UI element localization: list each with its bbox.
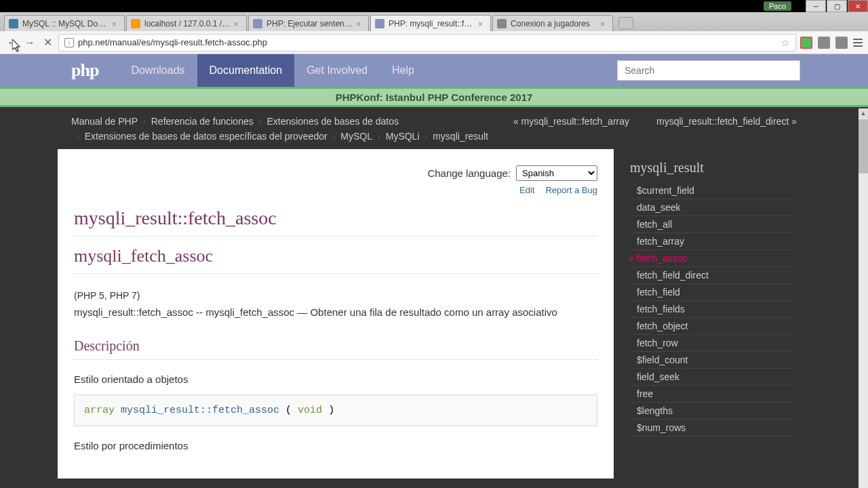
- site-header: php Downloads Documentation Get Involved…: [0, 54, 868, 87]
- sidebar-title: mysqli_result: [630, 160, 793, 176]
- browser-tabstrip: MySQL :: MySQL Downlo × localhost / 127.…: [0, 12, 868, 31]
- browser-tab[interactable]: PHP: Ejecutar sentencias ×: [248, 15, 369, 31]
- next-link[interactable]: mysqli_result::fetch_field_direct »: [656, 114, 797, 129]
- sidebar-item[interactable]: fetch_array: [630, 233, 793, 250]
- nav-help[interactable]: Help: [380, 54, 427, 87]
- sidebar-item[interactable]: fetch_field: [630, 284, 793, 301]
- back-button[interactable]: ←: [5, 36, 19, 49]
- browser-tab[interactable]: MySQL :: MySQL Downlo ×: [4, 15, 125, 31]
- announcement-banner: PHPKonf: Istanbul PHP Conference 2017: [0, 87, 868, 107]
- page-title-procedural: mysqli_fetch_assoc: [74, 246, 597, 274]
- sidebar-item[interactable]: $current_field: [630, 182, 793, 199]
- sidebar-list: $current_field data_seek fetch_all fetch…: [630, 182, 793, 436]
- tab-title: PHP: mysqli_result::fetch: [389, 19, 475, 28]
- sidebar-item[interactable]: fetch_all: [630, 216, 793, 233]
- scrollbar[interactable]: ▲: [859, 108, 868, 488]
- breadcrumb-item[interactable]: Manual de PHP: [71, 114, 138, 129]
- extension-icon[interactable]: [835, 37, 848, 49]
- tab-title: localhost / 127.0.0.1 / eq: [144, 19, 231, 28]
- extension-icon[interactable]: [818, 37, 830, 49]
- maximize-button[interactable]: ▢: [827, 0, 847, 12]
- tab-close-icon[interactable]: ×: [234, 20, 242, 28]
- favicon-icon: [9, 19, 18, 28]
- bookmark-star-icon[interactable]: ☆: [781, 37, 790, 48]
- favicon-icon: [375, 19, 384, 28]
- nav-documentation[interactable]: Documentation: [197, 54, 295, 87]
- main-content: Change language: Spanish Edit Report a B…: [58, 149, 614, 479]
- change-language-label: Change language:: [427, 167, 511, 179]
- sidebar-item[interactable]: $num_rows: [630, 420, 793, 436]
- breadcrumb-item[interactable]: MySQL: [340, 129, 372, 144]
- sidebar-item[interactable]: fetch_row: [630, 335, 793, 352]
- tab-title: Conexion a jugadores: [511, 19, 597, 28]
- edit-link[interactable]: Edit: [519, 185, 534, 195]
- browser-toolbar: ← → ✕ i php.net/manual/es/mysqli-result.…: [0, 31, 868, 54]
- browser-tab-active[interactable]: PHP: mysqli_result::fetch ×: [370, 15, 491, 31]
- report-bug-link[interactable]: Report a Bug: [545, 185, 597, 195]
- tab-close-icon[interactable]: ×: [112, 20, 120, 28]
- favicon-icon: [253, 19, 262, 28]
- tab-close-icon[interactable]: ×: [478, 20, 486, 28]
- scroll-up-icon[interactable]: ▲: [859, 108, 868, 118]
- return-type: array: [84, 405, 115, 416]
- address-bar[interactable]: i php.net/manual/es/mysqli-result.fetch-…: [58, 34, 796, 52]
- tab-title: MySQL :: MySQL Downlo: [22, 19, 109, 28]
- page-title: mysqli_result::fetch_assoc: [74, 207, 597, 237]
- sidebar-item[interactable]: $lengths: [630, 403, 793, 420]
- style-proc-label: Estilo por procedimientos: [74, 440, 597, 451]
- user-badge: Paco: [764, 1, 791, 11]
- breadcrumb-item[interactable]: mysqli_result: [433, 129, 488, 144]
- breadcrumb-item[interactable]: Extensiones de bases de datos específica…: [85, 129, 328, 144]
- paren: ): [322, 405, 334, 416]
- language-select[interactable]: Spanish: [516, 165, 597, 181]
- favicon-icon: [497, 19, 507, 28]
- minimize-button[interactable]: ─: [806, 0, 826, 12]
- site-info-icon[interactable]: i: [64, 38, 74, 47]
- url-text: php.net/manual/es/mysqli-result.fetch-as…: [78, 37, 777, 47]
- function-summary: mysqli_result::fetch_assoc -- mysqli_fet…: [74, 306, 597, 318]
- site-search: [617, 60, 800, 81]
- paren: (: [285, 405, 298, 416]
- announcement-link[interactable]: PHPKonf: Istanbul PHP Conference 2017: [336, 92, 533, 103]
- sidebar-item[interactable]: $field_count: [630, 352, 793, 369]
- main-nav: Downloads Documentation Get Involved Hel…: [119, 54, 427, 87]
- php-logo[interactable]: php: [71, 60, 98, 81]
- sidebar-item-current[interactable]: fetch_assoc: [630, 250, 793, 267]
- tab-close-icon[interactable]: ×: [356, 20, 364, 28]
- scroll-thumb[interactable]: [859, 119, 868, 174]
- search-input[interactable]: [617, 60, 800, 81]
- browser-tab[interactable]: localhost / 127.0.0.1 / eq ×: [126, 15, 247, 31]
- nav-get-involved[interactable]: Get Involved: [294, 54, 380, 87]
- forward-button[interactable]: →: [23, 36, 37, 49]
- tab-title: PHP: Ejecutar sentencias: [267, 19, 353, 28]
- param-void: void: [298, 405, 322, 416]
- extension-icons: [800, 37, 863, 49]
- new-tab-button[interactable]: [618, 17, 633, 29]
- sidebar-item[interactable]: data_seek: [630, 199, 793, 216]
- method-name: mysqli_result::fetch_assoc: [121, 405, 279, 416]
- sidebar: mysqli_result $current_field data_seek f…: [630, 149, 793, 479]
- sidebar-item[interactable]: field_seek: [630, 369, 793, 386]
- version-info: (PHP 5, PHP 7): [74, 290, 597, 301]
- sidebar-item[interactable]: fetch_field_direct: [630, 267, 793, 284]
- window-titlebar: Paco ─ ▢ ✕: [0, 0, 868, 12]
- close-button[interactable]: ✕: [848, 0, 868, 12]
- tab-close-icon[interactable]: ×: [600, 20, 608, 28]
- sidebar-item[interactable]: free: [630, 386, 793, 403]
- breadcrumb-item[interactable]: MySQLi: [386, 129, 420, 144]
- nav-downloads[interactable]: Downloads: [119, 54, 197, 87]
- prev-link[interactable]: « mysqli_result::fetch_array: [513, 114, 629, 129]
- sidebar-item[interactable]: fetch_fields: [630, 301, 793, 318]
- section-description: Descripción: [74, 338, 597, 360]
- breadcrumb-item[interactable]: Referencia de funciones: [151, 114, 254, 129]
- browser-tab[interactable]: Conexion a jugadores ×: [492, 15, 613, 31]
- style-oop-label: Estilo orientado a objetos: [74, 373, 597, 385]
- extension-icon[interactable]: [800, 37, 812, 49]
- breadcrumb-item[interactable]: Extensiones de bases de datos: [267, 114, 399, 129]
- method-signature: array mysqli_result::fetch_assoc ( void …: [74, 394, 597, 426]
- breadcrumb: Manual de PHP› Referencia de funciones› …: [0, 107, 868, 149]
- sidebar-item[interactable]: fetch_object: [630, 318, 793, 335]
- browser-menu-icon[interactable]: [853, 39, 863, 47]
- stop-button[interactable]: ✕: [41, 36, 54, 49]
- favicon-icon: [131, 19, 140, 28]
